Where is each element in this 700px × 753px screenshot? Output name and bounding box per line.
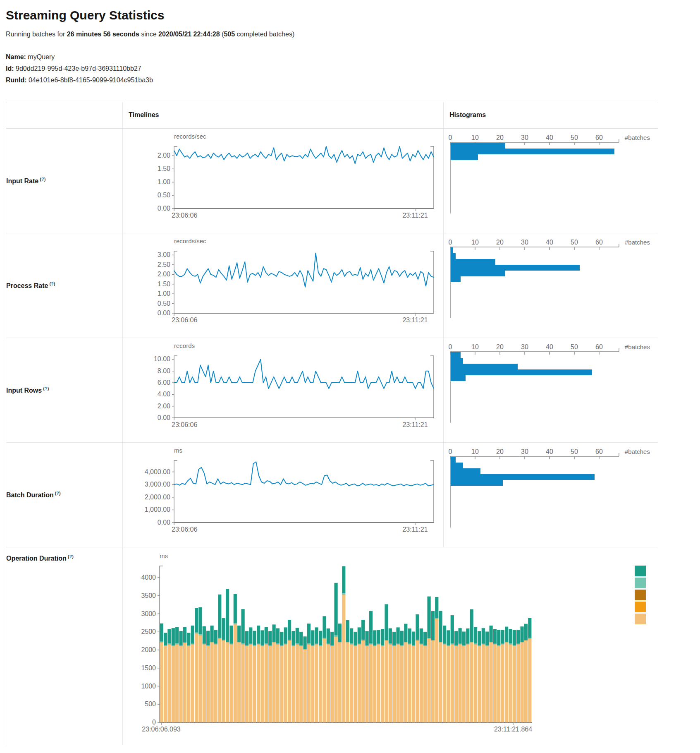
query-name-line: Name: myQuery (6, 51, 700, 63)
summary-prefix: Running batches for (6, 31, 67, 38)
input-rate-histogram: 0102030405060#batches (444, 129, 657, 231)
summary-open-paren: ( (220, 31, 224, 38)
query-runid-line: RunId: 04e101e6-8bf8-4165-9099-9104c951b… (6, 74, 700, 86)
legend-swatch-4 (635, 602, 646, 612)
process-rate-timeline-chart: records/sec0.000.501.001.502.002.503.002… (123, 233, 443, 338)
svg-text:23:11:21: 23:11:21 (402, 212, 428, 219)
svg-text:0.00: 0.00 (158, 309, 170, 317)
svg-text:23:06:06: 23:06:06 (172, 212, 197, 219)
batch-duration-timeline-chart: ms0.001,000.002,000.003,000.004,000.0023… (123, 443, 443, 547)
empty-header-cell (6, 102, 123, 129)
svg-text:records/sec: records/sec (174, 133, 206, 140)
svg-text:4000: 4000 (141, 574, 156, 581)
svg-text:1500: 1500 (141, 664, 156, 671)
svg-text:0: 0 (449, 343, 452, 350)
svg-text:records/sec: records/sec (174, 237, 206, 245)
svg-text:2.50: 2.50 (158, 261, 170, 268)
svg-text:1.00: 1.00 (158, 290, 170, 297)
svg-text:2500: 2500 (141, 628, 156, 635)
summary-middle: since (139, 31, 158, 38)
svg-text:40: 40 (546, 448, 553, 455)
svg-text:23:06:06.093: 23:06:06.093 (142, 726, 181, 733)
legend-swatch-3 (635, 590, 646, 600)
row-label-batch-duration: Batch Duration(?) (6, 443, 123, 547)
operation-duration-help-icon[interactable]: (?) (68, 554, 74, 559)
svg-text:23:11:21: 23:11:21 (402, 317, 428, 324)
col-header-timelines: Timelines (123, 102, 444, 129)
svg-text:#batches: #batches (625, 343, 650, 350)
svg-text:23:11:21: 23:11:21 (402, 421, 428, 428)
svg-text:20: 20 (496, 134, 504, 141)
process-rate-timeline: records/sec0.000.501.001.502.002.503.002… (123, 233, 443, 336)
input-rows-timeline-chart: records0.002.004.006.008.0010.0023:06:06… (123, 338, 443, 442)
operation-duration: ms0500100015002000250030003500400023:06:… (123, 547, 657, 743)
batch-duration-help-icon[interactable]: (?) (55, 491, 61, 496)
svg-text:ms: ms (174, 447, 182, 454)
svg-text:1,000.00: 1,000.00 (145, 506, 170, 513)
svg-text:40: 40 (546, 239, 553, 246)
svg-text:30: 30 (521, 239, 528, 246)
svg-text:2.00: 2.00 (158, 152, 170, 159)
table-row: Process Rate(?) records/sec0.000.501.001… (6, 233, 658, 338)
svg-text:10: 10 (471, 448, 479, 455)
legend-swatch-5 (635, 614, 646, 624)
svg-text:8.00: 8.00 (158, 367, 170, 374)
svg-text:0.00: 0.00 (158, 519, 170, 526)
svg-text:0.00: 0.00 (158, 414, 170, 421)
svg-text:40: 40 (546, 134, 553, 141)
row-label-input-rows: Input Rows(?) (6, 338, 123, 443)
input-rate-histogram-chart: 0102030405060#batches (444, 129, 658, 233)
operation-duration-chart: ms0500100015002000250030003500400023:06:… (123, 547, 658, 745)
svg-text:23:06:06: 23:06:06 (172, 526, 197, 533)
svg-text:10: 10 (471, 134, 479, 141)
svg-text:ms: ms (160, 552, 168, 559)
page-title: Streaming Query Statistics (6, 8, 700, 22)
svg-text:23:11:21: 23:11:21 (402, 526, 428, 533)
svg-text:0.50: 0.50 (158, 300, 170, 307)
row-label-process-rate: Process Rate(?) (6, 233, 123, 338)
query-name-value: myQuery (28, 53, 55, 60)
svg-text:0: 0 (449, 448, 452, 455)
table-row: Input Rate(?) records/sec0.000.501.001.5… (6, 128, 658, 233)
svg-text:50: 50 (571, 448, 578, 455)
svg-text:#batches: #batches (625, 134, 650, 141)
input-rate-help-icon[interactable]: (?) (40, 177, 45, 182)
svg-text:0: 0 (449, 134, 452, 141)
svg-text:0.00: 0.00 (158, 205, 170, 212)
svg-text:6.00: 6.00 (158, 379, 170, 386)
svg-text:500: 500 (145, 700, 156, 707)
col-header-histograms: Histograms (444, 102, 658, 129)
input-rows-histogram: 0102030405060#batches (444, 338, 657, 441)
svg-text:#batches: #batches (625, 448, 650, 455)
svg-text:40: 40 (546, 343, 553, 350)
svg-text:30: 30 (521, 134, 528, 141)
svg-text:23:06:06: 23:06:06 (172, 421, 197, 428)
svg-text:30: 30 (521, 343, 528, 350)
query-id-value: 9d0dd219-995d-423e-b97d-36931110bb27 (16, 65, 141, 72)
legend-swatch-1 (635, 566, 646, 576)
batch-duration-histogram: 0102030405060#batches (444, 443, 657, 545)
query-metadata: Name: myQuery Id: 9d0dd219-995d-423e-b97… (6, 51, 700, 86)
svg-text:23:11:21.864: 23:11:21.864 (494, 726, 532, 733)
row-label-operation-duration: Operation Duration(?) (6, 547, 123, 745)
query-id-label: Id: (6, 65, 14, 72)
svg-text:60: 60 (595, 343, 603, 350)
svg-text:4,000.00: 4,000.00 (145, 468, 170, 475)
svg-text:60: 60 (595, 448, 603, 455)
svg-text:50: 50 (571, 134, 578, 141)
svg-text:3.00: 3.00 (158, 251, 170, 258)
svg-text:10.00: 10.00 (154, 355, 170, 362)
statistics-table: Timelines Histograms Input Rate(?) recor… (6, 102, 658, 745)
summary-suffix: completed batches) (235, 31, 294, 38)
input-rows-histogram-chart: 0102030405060#batches (444, 338, 658, 442)
process-rate-help-icon[interactable]: (?) (49, 281, 55, 286)
input-rows-help-icon[interactable]: (?) (43, 386, 49, 391)
running-batches-summary: Running batches for 26 minutes 56 second… (6, 31, 700, 38)
query-runid-value: 04e101e6-8bf8-4165-9099-9104c951ba3b (29, 77, 153, 84)
svg-text:1.50: 1.50 (158, 165, 170, 172)
summary-completed-count: 505 (224, 31, 235, 38)
svg-text:50: 50 (571, 343, 578, 350)
table-row: Operation Duration(?) ms0500100015002000… (6, 547, 658, 745)
svg-text:50: 50 (571, 239, 578, 246)
svg-text:10: 10 (471, 239, 479, 246)
